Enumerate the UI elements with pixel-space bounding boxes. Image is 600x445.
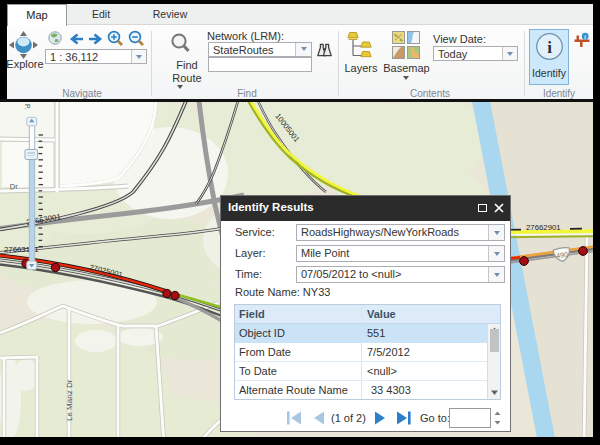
svg-text:(1 of 2): (1 of 2) (331, 412, 366, 424)
svg-text:27662901: 27662901 (526, 223, 561, 232)
svg-text:Le Manz Dr: Le Manz Dr (65, 379, 74, 421)
svg-text:i: i (547, 38, 552, 57)
